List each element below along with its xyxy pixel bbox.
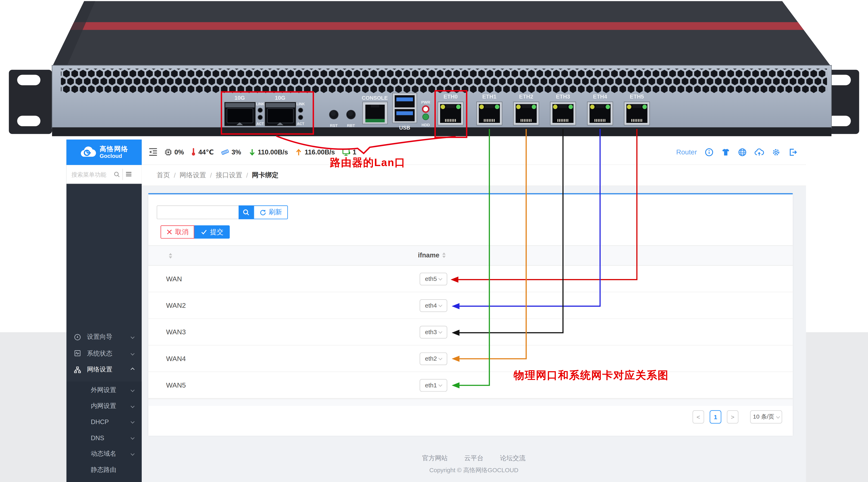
chevron-down-icon <box>438 356 442 360</box>
footer-links: 官方网站 云平台 论坛交流 <box>142 454 806 462</box>
prev-page-button[interactable]: < <box>692 410 704 423</box>
svg-text:RBT: RBT <box>347 123 355 128</box>
svg-text:LINK: LINK <box>296 102 305 106</box>
svg-text:ETH3: ETH3 <box>556 93 570 100</box>
svg-text:ACT: ACT <box>256 122 264 126</box>
search-button[interactable] <box>239 205 253 219</box>
sidebar-item-dhcp[interactable]: DHCP <box>66 414 142 430</box>
breadcrumb-network[interactable]: 网络设置 <box>180 171 206 180</box>
screenshot-root: 10G LINK ACT 10G LINK ACT <box>0 0 868 482</box>
gear-settings-icon[interactable] <box>772 148 780 156</box>
ifname-select-wan5[interactable]: eth1 <box>420 379 447 391</box>
svg-text:LINK: LINK <box>256 102 264 106</box>
down-arrow-icon <box>248 148 255 156</box>
wan-name: WAN2 <box>166 301 186 309</box>
ram-icon <box>221 148 229 155</box>
gocloud-logo-icon <box>80 146 96 159</box>
cpu-stat: 0% <box>164 148 184 156</box>
router-name-link[interactable]: Router <box>676 148 697 156</box>
breadcrumb-current: 网卡绑定 <box>252 171 278 180</box>
sidebar-item-setup-wizard[interactable]: 设置向导 <box>66 329 142 345</box>
wan-name: WAN5 <box>166 381 186 389</box>
sort-icon[interactable] <box>169 253 172 259</box>
sidebar-item-hostname[interactable]: 主机名 <box>66 478 142 482</box>
globe-language-icon[interactable] <box>738 148 747 156</box>
menu-search-input[interactable] <box>71 171 114 177</box>
chevron-down-icon <box>438 276 442 280</box>
sidebar-item-static-route[interactable]: 静态路由 <box>66 461 142 478</box>
sidebar-search <box>66 165 142 184</box>
sidebar: 高恪网络 Gocloud 设置向导 系统状态 <box>66 140 142 482</box>
chevron-down-icon <box>438 329 442 333</box>
divider <box>122 169 123 180</box>
svg-text:ETH2: ETH2 <box>519 93 533 100</box>
footer-link-cloud-platform[interactable]: 云平台 <box>464 454 484 462</box>
check-icon <box>201 229 207 235</box>
svg-text:ACT: ACT <box>297 122 304 126</box>
top-header: 0% 44℃ 3% 110.00B/s 116.00B/s 1 <box>142 140 806 165</box>
close-icon <box>166 229 172 235</box>
sidebar-item-ddns[interactable]: 动态域名 <box>66 446 142 461</box>
sidebar-item-lan-settings[interactable]: 内网设置 <box>66 398 142 414</box>
up-arrow-icon <box>295 148 303 156</box>
collapse-menu-icon[interactable] <box>148 148 158 156</box>
menu-level2a: 外网设置 内网设置 DHCP DNS 动态域名 静态路由 主机名 接口设置 <box>66 382 142 482</box>
table-header: ifname <box>148 245 793 266</box>
wan-name: WAN <box>166 275 182 283</box>
menu-toggle-icon[interactable] <box>125 171 132 178</box>
sidebar-item-dns[interactable]: DNS <box>66 430 142 446</box>
svg-text:ETH0: ETH0 <box>443 93 458 100</box>
logo[interactable]: 高恪网络 Gocloud <box>66 140 142 165</box>
breadcrumb-interface[interactable]: 接口设置 <box>216 171 242 180</box>
refresh-button[interactable]: 刷新 <box>253 205 288 219</box>
info-icon[interactable] <box>705 148 713 156</box>
current-page-button[interactable]: 1 <box>710 410 721 423</box>
svg-text:10G: 10G <box>235 95 245 101</box>
left-margin <box>0 332 66 482</box>
ifname-select-wan2[interactable]: eth4 <box>420 299 447 312</box>
cloud-upload-icon[interactable] <box>754 148 764 156</box>
router-device-photo: 10G LINK ACT 10G LINK ACT <box>0 0 868 140</box>
breadcrumb-home[interactable]: 首页 <box>157 171 170 180</box>
cpu-icon <box>164 148 172 156</box>
page-size-select[interactable]: 10 条/页 <box>750 410 782 423</box>
submit-button[interactable]: 提交 <box>194 225 230 239</box>
svg-text:USB: USB <box>399 125 410 130</box>
ifname-select-wan3[interactable]: eth3 <box>420 326 447 338</box>
copyright: Copyright © 高恪网络GOCLOUD <box>142 466 806 475</box>
status-bar: 0% 44℃ 3% 110.00B/s 116.00B/s 1 <box>164 148 356 156</box>
search-icon <box>114 171 120 177</box>
table-search-input[interactable] <box>157 205 239 219</box>
menu-level1: 设置向导 系统状态 网络设置 <box>66 329 142 378</box>
sidebar-item-system-status[interactable]: 系统状态 <box>66 345 142 361</box>
svg-text:ETH1: ETH1 <box>482 93 496 100</box>
table-row: WAN eth5 <box>148 266 793 292</box>
console-port: CONSOLE <box>362 95 388 124</box>
ifname-select-wan[interactable]: eth5 <box>420 272 447 285</box>
chevron-down-icon <box>130 420 134 424</box>
chassis-top <box>52 1 832 67</box>
status-chart-icon <box>73 350 82 357</box>
sidebar-item-wan-settings[interactable]: 外网设置 <box>66 382 142 398</box>
chevron-down-icon <box>130 352 134 355</box>
logout-icon[interactable] <box>788 148 797 156</box>
footer-link-official-site[interactable]: 官方网站 <box>422 454 448 462</box>
table-footer-strip <box>148 398 793 406</box>
sort-icon <box>442 252 445 258</box>
ram-stat: 3% <box>221 148 241 156</box>
ifname-select-wan4[interactable]: eth2 <box>420 352 447 365</box>
wan-name: WAN3 <box>166 328 186 336</box>
chevron-down-icon <box>130 404 134 408</box>
cancel-button[interactable]: 取消 <box>160 225 194 239</box>
footer-link-forum[interactable]: 论坛交流 <box>500 454 526 462</box>
search-icon <box>243 209 250 216</box>
logo-title: 高恪网络 <box>100 146 128 153</box>
theme-skin-icon[interactable] <box>721 148 730 156</box>
svg-text:ETH4: ETH4 <box>593 93 607 100</box>
chevron-down-icon <box>130 452 134 455</box>
sidebar-item-network-settings[interactable]: 网络设置 <box>66 361 142 378</box>
next-page-button[interactable]: > <box>727 410 739 423</box>
chevron-down-icon <box>776 415 780 418</box>
column-header-ifname[interactable]: ifname <box>418 251 445 259</box>
temperature-stat: 44℃ <box>191 148 214 156</box>
